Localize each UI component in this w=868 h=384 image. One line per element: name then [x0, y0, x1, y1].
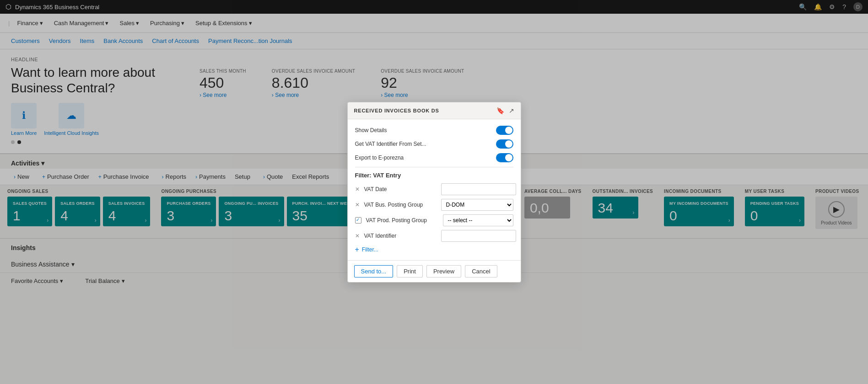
show-details-toggle[interactable]	[496, 126, 513, 135]
filter-row-vat-bus: ✕ VAT Bus. Posting Group D-DOM EU EXPORT	[355, 199, 513, 211]
filter-remove-vat-date[interactable]: ✕	[355, 186, 361, 192]
toggle-knob-3	[505, 154, 512, 161]
filter-vat-bus-label: VAT Bus. Posting Group	[364, 202, 437, 208]
modal-header: RECEIVED INVOICES BOOK DS 🔖 ↗	[348, 102, 521, 119]
get-vat-label: Get VAT Identifier From Set...	[355, 141, 447, 147]
modal-title: RECEIVED INVOICES BOOK DS	[354, 108, 439, 113]
export-control	[447, 153, 513, 162]
modal-body: Show Details Get VAT Identifier From Set…	[348, 119, 521, 260]
get-vat-control	[447, 139, 513, 149]
export-toggle[interactable]	[496, 153, 513, 162]
modal-row-export: Export to E-porezna	[355, 153, 513, 162]
modal-cancel-button[interactable]: Cancel	[465, 265, 497, 277]
toggle-knob-1	[505, 127, 512, 134]
filter-vat-date-input[interactable]	[441, 183, 516, 195]
show-details-control	[447, 126, 513, 135]
filter-row-vat-date: ✕ VAT Date	[355, 183, 513, 195]
add-filter-label: Filter...	[362, 246, 378, 253]
get-vat-toggle[interactable]	[496, 139, 513, 149]
modal-divider	[355, 167, 513, 167]
filter-vat-bus-select[interactable]: D-DOM EU EXPORT	[441, 199, 513, 211]
modal-print-button[interactable]: Print	[397, 265, 423, 277]
filter-vat-date-label: VAT Date	[364, 186, 437, 192]
modal-row-get-vat: Get VAT Identifier From Set...	[355, 139, 513, 149]
modal-overlay[interactable]: RECEIVED INVOICES BOOK DS 🔖 ↗ Show Detai…	[0, 0, 868, 289]
filter-title: Filter: VAT Entry	[355, 172, 513, 179]
add-filter-row[interactable]: + Filter...	[355, 245, 513, 254]
filter-vat-prod-checkbox[interactable]	[355, 217, 361, 224]
export-label: Export to E-porezna	[355, 155, 447, 161]
filter-vat-prod-select[interactable]: -- select --	[443, 214, 513, 226]
modal-row-show-details: Show Details	[355, 126, 513, 135]
filter-row-vat-prod: VAT Prod. Posting Group -- select --	[355, 214, 513, 226]
filter-vat-prod-label: VAT Prod. Posting Group	[366, 217, 439, 224]
modal-preview-button[interactable]: Preview	[426, 265, 461, 277]
show-details-label: Show Details	[355, 127, 447, 133]
modal-header-icons: 🔖 ↗	[496, 107, 514, 114]
filter-remove-vat-bus[interactable]: ✕	[355, 202, 361, 208]
expand-icon[interactable]: ↗	[509, 107, 514, 114]
modal-dialog: RECEIVED INVOICES BOOK DS 🔖 ↗ Show Detai…	[347, 102, 521, 283]
filter-vat-id-input[interactable]	[441, 230, 516, 242]
bookmark-icon[interactable]: 🔖	[496, 107, 504, 114]
filter-row-vat-id: ✕ VAT Identifier	[355, 230, 513, 242]
toggle-knob-2	[505, 140, 512, 148]
filter-remove-vat-id[interactable]: ✕	[355, 233, 361, 239]
filter-vat-id-label: VAT Identifier	[364, 233, 437, 239]
modal-send-to-button[interactable]: Send to...	[354, 265, 394, 277]
modal-footer: Send to... Print Preview Cancel	[348, 260, 521, 282]
add-filter-plus-icon: +	[355, 245, 359, 254]
